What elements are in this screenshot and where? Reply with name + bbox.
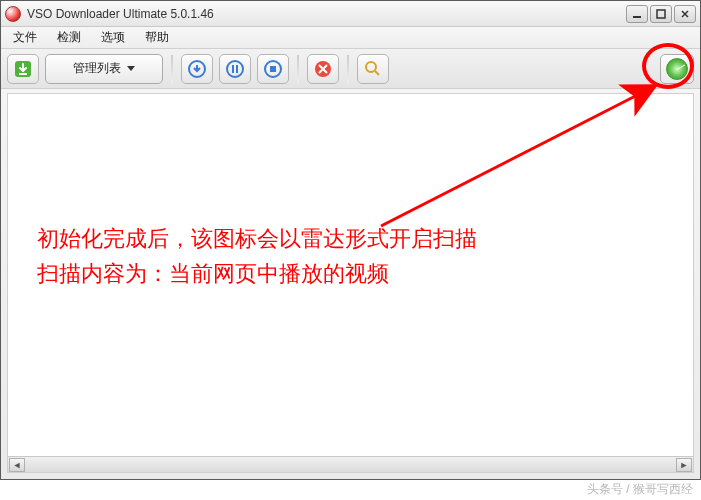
svg-rect-5: [19, 73, 27, 75]
scroll-right-arrow[interactable]: ►: [676, 458, 692, 472]
horizontal-scrollbar[interactable]: ◄ ►: [8, 456, 693, 472]
scroll-track[interactable]: [26, 458, 675, 472]
svg-rect-1: [657, 10, 665, 18]
delete-button[interactable]: [307, 54, 339, 84]
titlebar: VSO Downloader Ultimate 5.0.1.46: [1, 1, 700, 27]
toolbar-separator: [347, 55, 349, 83]
svg-rect-8: [232, 65, 234, 73]
svg-rect-11: [270, 66, 276, 72]
chevron-down-icon: [127, 66, 135, 71]
maximize-button[interactable]: [650, 5, 672, 23]
menu-detect[interactable]: 检测: [49, 27, 89, 48]
manage-list-label: 管理列表: [73, 60, 121, 77]
minimize-icon: [632, 9, 642, 19]
download-add-icon: [13, 59, 33, 79]
search-icon: [363, 59, 383, 79]
scroll-left-arrow[interactable]: ◄: [9, 458, 25, 472]
svg-point-7: [227, 61, 243, 77]
radar-icon: [666, 58, 688, 80]
start-download-icon: [187, 59, 207, 79]
toolbar-separator: [297, 55, 299, 83]
svg-rect-9: [236, 65, 238, 73]
svg-point-15: [366, 62, 376, 72]
maximize-icon: [656, 9, 666, 19]
minimize-button[interactable]: [626, 5, 648, 23]
menu-file[interactable]: 文件: [5, 27, 45, 48]
close-button[interactable]: [674, 5, 696, 23]
annotation-text: 初始化完成后，该图标会以雷达形式开启扫描 扫描内容为：当前网页中播放的视频: [37, 221, 477, 291]
manage-list-button[interactable]: 管理列表: [45, 54, 163, 84]
close-icon: [680, 9, 690, 19]
radar-scan-button[interactable]: [660, 54, 694, 84]
menubar: 文件 检测 选项 帮助: [1, 27, 700, 49]
window-title: VSO Downloader Ultimate 5.0.1.46: [27, 7, 626, 21]
window-controls: [626, 5, 696, 23]
menu-options[interactable]: 选项: [93, 27, 133, 48]
pause-icon: [225, 59, 245, 79]
menu-help[interactable]: 帮助: [137, 27, 177, 48]
svg-rect-0: [633, 16, 641, 18]
delete-icon: [313, 59, 333, 79]
add-download-button[interactable]: [7, 54, 39, 84]
app-window: VSO Downloader Ultimate 5.0.1.46 文件 检测 选…: [0, 0, 701, 480]
toolbar-separator: [171, 55, 173, 83]
pause-button[interactable]: [219, 54, 251, 84]
stop-button[interactable]: [257, 54, 289, 84]
app-icon: [5, 6, 21, 22]
stop-icon: [263, 59, 283, 79]
toolbar: 管理列表: [1, 49, 700, 89]
svg-line-16: [375, 71, 379, 75]
annotation-line2: 扫描内容为：当前网页中播放的视频: [37, 261, 389, 286]
watermark: 头条号 / 猴哥写西经: [587, 481, 693, 498]
start-button[interactable]: [181, 54, 213, 84]
annotation-line1: 初始化完成后，该图标会以雷达形式开启扫描: [37, 226, 477, 251]
search-button[interactable]: [357, 54, 389, 84]
